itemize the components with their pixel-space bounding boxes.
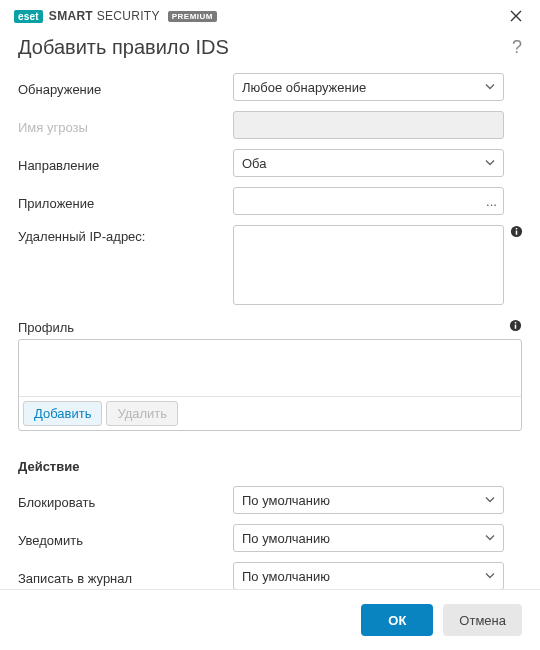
profile-box: Добавить Удалить	[18, 339, 522, 431]
info-icon	[510, 225, 523, 238]
svg-rect-1	[516, 231, 517, 235]
label-log: Записать в журнал	[18, 567, 233, 586]
application-input[interactable]	[233, 187, 504, 215]
chevron-down-icon	[485, 156, 495, 171]
action-section-header: Действие	[18, 459, 522, 474]
label-notify: Уведомить	[18, 529, 233, 548]
label-remote-ip: Удаленный IP-адрес:	[18, 225, 233, 244]
profile-add-button[interactable]: Добавить	[23, 401, 102, 426]
profile-remove-button: Удалить	[106, 401, 178, 426]
direction-value: Оба	[242, 156, 267, 171]
label-detection: Обнаружение	[18, 78, 233, 97]
notify-value: По умолчанию	[242, 531, 330, 546]
application-browse-button[interactable]: ...	[479, 188, 503, 214]
ellipsis-icon: ...	[486, 194, 497, 209]
notify-select[interactable]: По умолчанию	[233, 524, 504, 552]
log-value: По умолчанию	[242, 569, 330, 584]
ok-button[interactable]: ОК	[361, 604, 433, 636]
svg-rect-4	[515, 325, 516, 329]
block-select[interactable]: По умолчанию	[233, 486, 504, 514]
close-button[interactable]	[504, 4, 528, 28]
label-direction: Направление	[18, 154, 233, 173]
product-name: SMART SECURITY	[49, 9, 160, 23]
eset-logo: eset	[14, 10, 43, 23]
chevron-down-icon	[485, 493, 495, 508]
help-button[interactable]: ?	[512, 37, 522, 58]
close-icon	[510, 10, 522, 22]
chevron-down-icon	[485, 569, 495, 584]
remote-ip-info[interactable]	[504, 225, 522, 241]
label-block: Блокировать	[18, 491, 233, 510]
profile-list[interactable]	[19, 340, 521, 396]
threat-name-field	[233, 111, 504, 139]
block-value: По умолчанию	[242, 493, 330, 508]
direction-select[interactable]: Оба	[233, 149, 504, 177]
label-threat-name: Имя угрозы	[18, 116, 233, 135]
dialog-header: Добавить правило IDS ?	[0, 30, 540, 73]
dialog-title: Добавить правило IDS	[18, 36, 229, 59]
dialog-content: Обнаружение Любое обнаружение Имя угрозы…	[0, 73, 540, 589]
detection-select[interactable]: Любое обнаружение	[233, 73, 504, 101]
dialog-footer: ОК Отмена	[0, 589, 540, 650]
label-profile: Профиль	[18, 320, 74, 335]
chevron-down-icon	[485, 80, 495, 95]
log-select[interactable]: По умолчанию	[233, 562, 504, 589]
brand: eset SMART SECURITY PREMIUM	[14, 9, 217, 23]
premium-badge: PREMIUM	[168, 11, 217, 22]
svg-rect-5	[515, 322, 516, 323]
chevron-down-icon	[485, 531, 495, 546]
profile-toolbar: Добавить Удалить	[19, 396, 521, 430]
svg-rect-2	[516, 228, 517, 229]
detection-value: Любое обнаружение	[242, 80, 366, 95]
titlebar: eset SMART SECURITY PREMIUM	[0, 0, 540, 30]
profile-info[interactable]	[509, 319, 522, 335]
label-application: Приложение	[18, 192, 233, 211]
remote-ip-input[interactable]	[233, 225, 504, 305]
cancel-button[interactable]: Отмена	[443, 604, 522, 636]
info-icon	[509, 319, 522, 332]
